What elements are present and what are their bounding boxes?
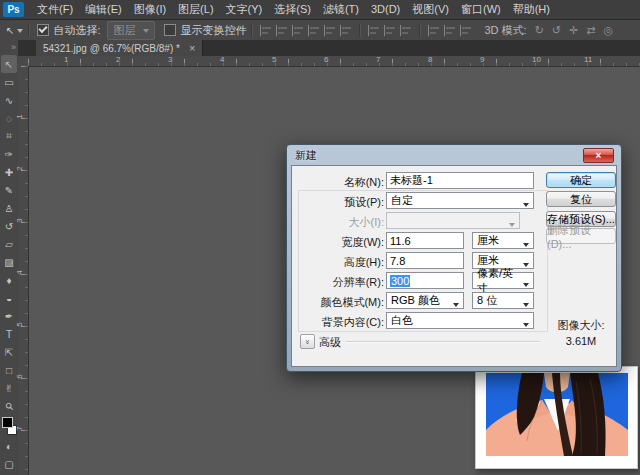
quick-mask-tool[interactable]: ◐ (1, 437, 17, 455)
ruler-number: 10 (532, 55, 541, 64)
horizontal-ruler[interactable]: 1 2 3 4 5 6 7 8 9 10 11 (28, 56, 640, 67)
preset-label: 预设(P): (294, 195, 384, 210)
tab-bar: 54321.jpg @ 66.7%(RGB/8#) * × (18, 40, 640, 56)
distribute-top-edges-icon[interactable] (368, 25, 380, 36)
dialog-body: 名称(N): 预设(P): 自定 大小(I): 宽度(W): 厘米 高度(H):… (291, 165, 617, 367)
resolution-input[interactable]: 300 (386, 272, 464, 289)
ruler-number: 3 (15, 218, 24, 222)
ruler-number: 5 (15, 322, 24, 326)
path-selection-tool[interactable]: ⇱ (1, 343, 17, 361)
brush-tool[interactable]: ✎ (1, 181, 17, 199)
menu-type[interactable]: 文字(Y) (220, 0, 269, 19)
ruler-number: 5 (272, 55, 276, 64)
toolbar-collapse-icon[interactable]: » (0, 40, 18, 55)
separator (28, 24, 30, 37)
auto-select-target-dropdown[interactable]: 图层 (107, 21, 155, 40)
3d-roll-icon[interactable]: ↺ (552, 24, 561, 37)
background-dropdown[interactable]: 白色 (386, 312, 534, 329)
menu-view[interactable]: 视图(V) (406, 0, 455, 19)
crop-tool[interactable]: ⌗ (1, 127, 17, 145)
name-input[interactable] (386, 172, 534, 189)
show-transform-checkbox[interactable] (164, 24, 176, 36)
lasso-tool[interactable]: ∿ (1, 91, 17, 109)
menu-window[interactable]: 窗口(W) (455, 0, 507, 19)
rectangular-marquee-tool[interactable]: ▭ (1, 73, 17, 91)
chevron-down-icon (523, 243, 529, 250)
3d-pan-icon[interactable]: ✛ (569, 24, 578, 37)
menu-image[interactable]: 图像(I) (128, 0, 172, 19)
menu-edit[interactable]: 编辑(E) (79, 0, 128, 19)
document-tab-title: 54321.jpg @ 66.7%(RGB/8#) * (43, 43, 180, 54)
vertical-ruler[interactable]: 1 2 3 4 5 6 7 (18, 66, 29, 475)
chevron-down-icon (523, 203, 529, 210)
delete-preset-button: 删除预设(D)... (546, 228, 616, 244)
image-size-label: 图像大小: (544, 318, 618, 333)
name-label: 名称(N): (294, 175, 384, 190)
eyedropper-tool[interactable]: ✑ (1, 145, 17, 163)
tool-preset-picker[interactable]: ↖ (6, 25, 23, 36)
menu-select[interactable]: 选择(S) (268, 0, 317, 19)
reset-button[interactable]: 复位 (546, 191, 616, 207)
document-tab[interactable]: 54321.jpg @ 66.7%(RGB/8#) * × (36, 40, 203, 56)
chevron-down-icon (17, 29, 23, 36)
gradient-tool[interactable]: ▨ (1, 253, 17, 271)
preset-dropdown[interactable]: 自定 (386, 192, 534, 209)
width-unit-dropdown[interactable]: 厘米 (472, 232, 534, 249)
type-tool[interactable]: T (1, 325, 17, 343)
auto-select-checkbox[interactable] (37, 24, 49, 36)
distribute-left-edges-icon[interactable] (428, 25, 440, 36)
move-tool-icon: ↖ (6, 25, 14, 36)
show-transform-label: 显示变换控件 (180, 23, 246, 38)
separator (359, 24, 361, 37)
chevron-down-icon (523, 323, 529, 330)
align-top-edges-icon[interactable] (260, 25, 272, 36)
height-input[interactable] (386, 252, 464, 269)
menu-help[interactable]: 帮助(H) (507, 0, 556, 19)
resolution-label: 分辨率(R): (294, 275, 384, 290)
align-bottom-edges-icon[interactable] (292, 25, 304, 36)
align-left-edges-icon[interactable] (308, 25, 320, 36)
advanced-label: 高级 (319, 335, 341, 350)
document-window[interactable] (475, 366, 638, 469)
ok-button[interactable]: 确定 (546, 172, 616, 188)
ruler-number: 2 (15, 166, 24, 170)
size-dropdown (386, 212, 520, 229)
align-horizontal-centers-icon[interactable] (324, 25, 336, 36)
move-tool[interactable]: ↖ (1, 55, 17, 73)
eraser-tool[interactable]: ▱ (1, 235, 17, 253)
align-vertical-centers-icon[interactable] (276, 25, 288, 36)
resolution-unit-dropdown[interactable]: 像素/英寸 (472, 272, 534, 289)
foreground-color-swatch[interactable] (2, 417, 13, 428)
menu-3d[interactable]: 3D(D) (365, 0, 406, 19)
dialog-close-button[interactable]: × (583, 148, 614, 163)
dodge-tool[interactable]: ◒ (1, 289, 17, 307)
clone-stamp-tool[interactable]: ♙ (1, 199, 17, 217)
selected-text: 300 (390, 275, 410, 287)
double-chevron-icon: » (303, 339, 311, 343)
chevron-down-icon (143, 29, 149, 36)
advanced-expander[interactable]: » (300, 334, 315, 349)
tab-close-icon[interactable]: × (189, 43, 195, 54)
menu-file[interactable]: 文件(F) (31, 0, 79, 19)
3d-scale-icon[interactable]: ◎ (604, 24, 614, 37)
color-mode-dropdown[interactable]: RGB 颜色 (386, 292, 464, 309)
auto-select-label: 自动选择: (53, 23, 100, 38)
menu-layer[interactable]: 图层(L) (172, 0, 219, 19)
chevron-down-icon (523, 303, 529, 310)
distribute-horizontal-centers-icon[interactable] (444, 25, 456, 36)
3d-slide-icon[interactable]: ⇄ (586, 24, 595, 37)
distribute-bottom-edges-icon[interactable] (400, 25, 412, 36)
bit-depth-dropdown[interactable]: 8 位 (472, 292, 534, 309)
screen-mode-tool[interactable]: ▢ (1, 455, 17, 473)
dialog-title: 新建 (295, 148, 317, 163)
width-input[interactable] (386, 232, 464, 249)
3d-rotate-icon[interactable]: ↻ (535, 24, 544, 37)
ruler-number: 9 (480, 55, 484, 64)
chevron-down-icon (453, 303, 459, 310)
menu-filter[interactable]: 滤镜(T) (317, 0, 365, 19)
align-right-edges-icon[interactable] (340, 25, 352, 36)
ruler-number: 3 (168, 55, 172, 64)
distribute-right-edges-icon[interactable] (460, 25, 472, 36)
distribute-vertical-centers-icon[interactable] (384, 25, 396, 36)
options-bar: ↖ 自动选择: 图层 显示变换控件 3D 模式: ↻ ↺ ✛ ⇄ ◎ (0, 20, 640, 41)
